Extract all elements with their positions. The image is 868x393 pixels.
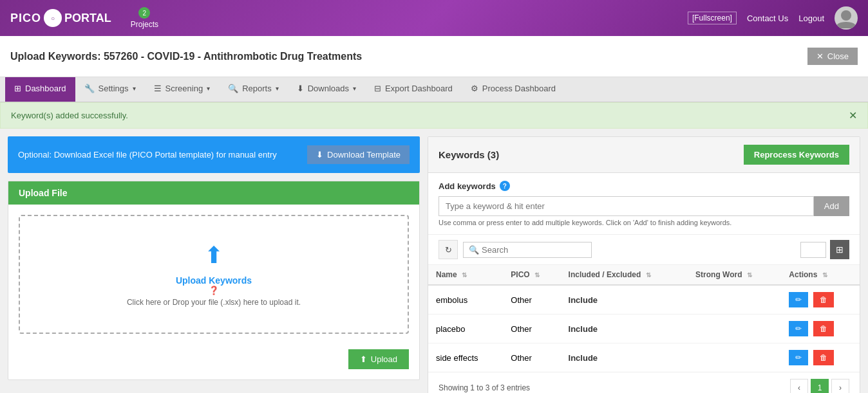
refresh-icon: ↻ <box>445 245 452 255</box>
cell-strong-word <box>688 315 781 343</box>
cell-name: side effects <box>428 343 503 372</box>
right-panel-header: Keywords (3) Reprocess Keywords <box>428 137 860 173</box>
prev-page-button[interactable]: ‹ <box>790 379 808 393</box>
subnav-reports-label: Reports <box>242 84 272 93</box>
sort-actions-icon: ⇅ <box>822 271 827 279</box>
svg-point-0 <box>841 10 851 21</box>
pagination: ‹ 1 › <box>790 379 849 393</box>
keyword-input[interactable] <box>439 196 814 216</box>
col-included: Included / Excluded ⇅ <box>561 265 688 285</box>
keyword-hint: Use comma or press enter to add multiple… <box>439 219 849 226</box>
keywords-table: Name ⇅ PICO ⇅ Included / Excluded ⇅ Stro… <box>428 265 860 372</box>
cell-pico: Other <box>503 343 560 372</box>
grid-icon: ⊞ <box>836 244 844 255</box>
download-template-button[interactable]: ⬇ Download Template <box>307 145 410 164</box>
showing-text: Showing 1 to 3 of 3 entries <box>439 383 530 392</box>
reprocess-keywords-button[interactable]: Reprocess Keywords <box>744 145 849 165</box>
cell-name: embolus <box>428 285 503 315</box>
top-navigation: PICO ○ PORTAL 2 Projects [Fullscreen] Co… <box>0 0 868 36</box>
per-page-controls: 25 ⊞ <box>800 240 849 259</box>
sort-pico-icon: ⇅ <box>534 271 540 279</box>
add-keywords-section: Add keywords ? Add Use comma or press en… <box>428 173 860 235</box>
dashboard-icon: ⊞ <box>14 84 21 93</box>
upload-label[interactable]: Upload Keywords <box>176 275 252 286</box>
download-icon: ⬇ <box>297 84 304 93</box>
cell-pico: Other <box>503 315 560 343</box>
download-banner-text: Optional: Download Excel file (PICO Port… <box>18 150 277 160</box>
add-keyword-button[interactable]: Add <box>814 196 849 216</box>
page-1-button[interactable]: 1 <box>811 379 829 393</box>
help-icon[interactable]: ? <box>500 181 510 191</box>
reports-caret-icon: ▾ <box>276 85 279 92</box>
contact-us-link[interactable]: Contact Us <box>747 14 788 23</box>
search-icon: 🔍 <box>469 245 479 255</box>
subnav-process-label: Process Dashboard <box>482 84 556 93</box>
fullscreen-button[interactable]: [Fullscreen] <box>688 12 737 24</box>
cell-actions: ✏ 🗑 <box>781 285 860 315</box>
cell-actions: ✏ 🗑 <box>781 343 860 372</box>
per-page-input[interactable]: 25 <box>800 242 826 258</box>
subnav-dashboard-label: Dashboard <box>25 84 66 93</box>
sort-strong-icon: ⇅ <box>747 271 752 279</box>
col-actions: Actions ⇅ <box>781 265 860 285</box>
cell-actions: ✏ 🗑 <box>781 315 860 343</box>
edit-row-button[interactable]: ✏ <box>789 292 808 307</box>
subnav-process[interactable]: ⚙ Process Dashboard <box>462 77 565 102</box>
subnav-downloads-label: Downloads <box>308 84 349 93</box>
close-label: Close <box>827 51 849 61</box>
search-row: ↻ 🔍 25 ⊞ <box>428 235 860 265</box>
download-banner: Optional: Download Excel file (PICO Port… <box>8 136 420 173</box>
subnav-export[interactable]: ⊟ Export Dashboard <box>365 77 462 102</box>
upload-submit-button[interactable]: ⬆ Upload <box>348 349 409 369</box>
upload-actions: ⬆ Upload <box>8 344 419 379</box>
settings-caret-icon: ▾ <box>133 85 136 92</box>
logout-link[interactable]: Logout <box>798 14 824 23</box>
right-panel: Keywords (3) Reprocess Keywords Add keyw… <box>428 136 860 393</box>
upload-section-title: Upload File <box>19 188 67 198</box>
projects-nav[interactable]: 2 Projects <box>131 7 158 29</box>
logo-pico-text: PICO <box>10 12 41 25</box>
cell-included: Include <box>561 343 688 372</box>
next-page-button[interactable]: › <box>831 379 849 393</box>
col-name: Name ⇅ <box>428 265 503 285</box>
subnav-dashboard[interactable]: ⊞ Dashboard <box>5 77 75 102</box>
upload-submit-icon: ⬆ <box>360 354 367 364</box>
logo-portal-text: PORTAL <box>64 12 111 25</box>
subnav-settings[interactable]: 🔧 Settings ▾ <box>75 77 145 102</box>
refresh-button[interactable]: ↻ <box>439 240 458 259</box>
grid-view-button[interactable]: ⊞ <box>830 240 849 259</box>
delete-row-button[interactable]: 🗑 <box>813 350 834 365</box>
upload-file-header: Upload File <box>8 181 419 205</box>
projects-badge: 2 <box>138 7 150 19</box>
avatar[interactable] <box>835 6 858 30</box>
edit-row-button[interactable]: ✏ <box>789 321 808 336</box>
close-button[interactable]: ✕ Close <box>807 48 858 65</box>
cog-icon: ⚙ <box>471 84 478 93</box>
keywords-title: Keywords (3) <box>439 149 499 160</box>
upload-file-section: Upload File ⬆ Upload Keywords ❓ Click he… <box>8 181 420 380</box>
subnav-downloads[interactable]: ⬇ Downloads ▾ <box>288 77 365 102</box>
sort-included-icon: ⇅ <box>646 271 651 279</box>
search-input-wrap: 🔍 <box>463 242 592 258</box>
logo-circle: ○ <box>44 9 62 27</box>
add-keywords-label: Add keywords ? <box>439 181 849 191</box>
downloads-caret-icon: ▾ <box>353 85 356 92</box>
table-row: side effects Other Include ✏ 🗑 <box>428 343 860 372</box>
alert-close-button[interactable]: ✕ <box>849 109 857 122</box>
subnav-reports[interactable]: 🔍 Reports ▾ <box>219 77 288 102</box>
delete-row-button[interactable]: 🗑 <box>813 321 834 336</box>
cell-strong-word <box>688 343 781 372</box>
projects-label: Projects <box>131 20 158 29</box>
table-row: embolus Other Include ✏ 🗑 <box>428 285 860 315</box>
table-row: placebo Other Include ✏ 🗑 <box>428 315 860 343</box>
upload-sub-text: Click here or Drop your file (.xlsx) her… <box>127 298 301 307</box>
delete-row-button[interactable]: 🗑 <box>813 292 834 307</box>
keyword-search-input[interactable] <box>482 245 578 255</box>
upload-dropzone[interactable]: ⬆ Upload Keywords ❓ Click here or Drop y… <box>19 215 409 334</box>
subnav-settings-label: Settings <box>99 84 129 93</box>
list-icon: ☰ <box>154 84 162 93</box>
subnav-screening[interactable]: ☰ Screening ▾ <box>145 77 220 102</box>
magnify-icon: 🔍 <box>228 84 238 93</box>
edit-row-button[interactable]: ✏ <box>789 350 808 365</box>
cell-name: placebo <box>428 315 503 343</box>
